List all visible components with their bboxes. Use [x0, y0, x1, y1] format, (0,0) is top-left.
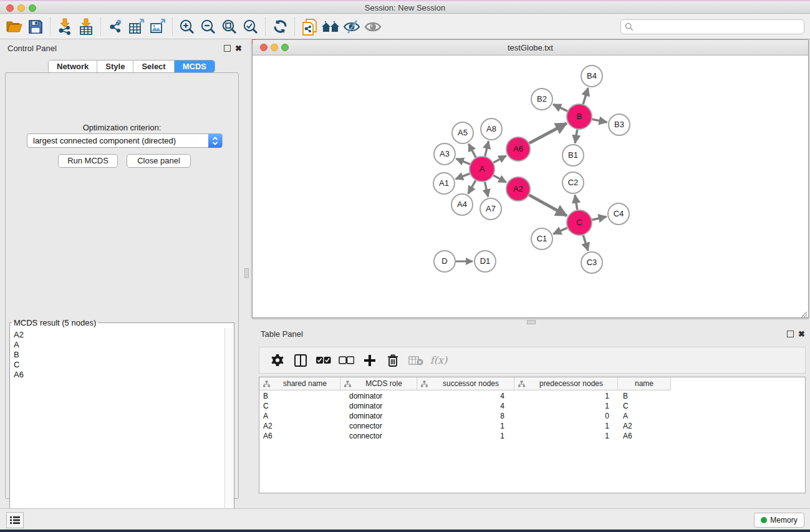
table-cell[interactable]: 0: [514, 411, 609, 421]
home-layout-button[interactable]: [320, 16, 341, 37]
graph-node-D1[interactable]: D1: [475, 251, 496, 272]
table-cell[interactable]: 1: [417, 421, 504, 431]
table-cell[interactable]: 1: [514, 421, 609, 431]
tab-mcds[interactable]: MCDS: [175, 60, 215, 72]
float-table-panel-icon[interactable]: [787, 331, 794, 337]
result-scrollbar[interactable]: [224, 328, 233, 526]
table-cell[interactable]: C: [623, 401, 667, 411]
graph-node-C[interactable]: C: [567, 210, 592, 235]
export-table-button[interactable]: [126, 16, 147, 37]
select-all-button[interactable]: [312, 350, 335, 371]
tab-network[interactable]: Network: [49, 60, 97, 72]
refresh-button[interactable]: [269, 16, 291, 37]
criterion-dropdown[interactable]: largest connected component (directed): [27, 133, 223, 148]
graph-edge-C-C3[interactable]: [583, 235, 588, 251]
tab-style[interactable]: Style: [97, 60, 133, 72]
result-item[interactable]: C: [14, 360, 224, 370]
import-network-button[interactable]: [54, 16, 75, 37]
graph-edge-A-A5[interactable]: [468, 144, 476, 158]
close-panel-button[interactable]: Close panel: [127, 154, 191, 168]
tab-select[interactable]: Select: [133, 60, 174, 72]
graph-edge-A6-B[interactable]: [529, 123, 567, 143]
graph-edge-B-B2[interactable]: [553, 104, 567, 111]
table-cell[interactable]: A2: [263, 421, 337, 431]
result-item[interactable]: A: [14, 340, 224, 350]
table-cell[interactable]: A6: [263, 431, 337, 441]
resize-grip-icon[interactable]: [800, 309, 808, 317]
table-cell[interactable]: B: [623, 391, 667, 401]
table-cell[interactable]: 1: [417, 431, 504, 441]
task-history-button[interactable]: [6, 512, 24, 528]
vertical-split-handle[interactable]: [244, 268, 249, 278]
zoom-fit-button[interactable]: [219, 16, 240, 37]
graph-edge-C-C4[interactable]: [592, 216, 606, 220]
table-settings-button[interactable]: [266, 350, 289, 371]
graph-edge-A-A8[interactable]: [485, 141, 489, 156]
table-cell[interactable]: 4: [417, 391, 504, 401]
graph-node-B[interactable]: B: [567, 104, 592, 129]
graph-node-B3[interactable]: B3: [609, 114, 630, 135]
save-session-button[interactable]: [25, 16, 46, 37]
table-cell[interactable]: connector: [349, 431, 412, 441]
table-cell[interactable]: B: [263, 391, 337, 401]
export-image-button[interactable]: [147, 16, 168, 37]
run-mcds-button[interactable]: Run MCDS: [58, 154, 118, 168]
delete-table-button[interactable]: [404, 350, 427, 371]
table-cell[interactable]: 4: [417, 401, 504, 411]
graph-node-A2[interactable]: A2: [506, 177, 530, 201]
graph-node-A4[interactable]: A4: [451, 194, 473, 215]
graph-node-C1[interactable]: C1: [531, 228, 552, 249]
zoom-selected-button[interactable]: [240, 16, 261, 37]
table-cell[interactable]: dominator: [349, 401, 412, 411]
graph-node-B1[interactable]: B1: [562, 145, 584, 166]
memory-button[interactable]: Memory: [754, 513, 804, 528]
hide-details-button[interactable]: [341, 16, 362, 37]
graph-node-C2[interactable]: C2: [562, 172, 584, 193]
close-table-panel-icon[interactable]: ✖: [798, 329, 805, 339]
table-cell[interactable]: connector: [349, 421, 412, 431]
delete-column-button[interactable]: [381, 350, 404, 371]
graph-edge-A-A6[interactable]: [493, 156, 506, 163]
column-visibility-button[interactable]: [289, 350, 312, 371]
deselect-all-button[interactable]: [335, 350, 358, 371]
import-table-button[interactable]: [75, 16, 97, 37]
table-cell[interactable]: 1: [514, 431, 609, 441]
horizontal-split-handle[interactable]: [527, 320, 536, 324]
graph-edge-A-A4[interactable]: [468, 180, 476, 193]
graph-edge-A-A2[interactable]: [493, 175, 506, 182]
table-cell[interactable]: A2: [623, 421, 667, 431]
graph-node-C4[interactable]: C4: [608, 203, 629, 225]
graph-node-A6[interactable]: A6: [506, 137, 530, 161]
zoom-out-button[interactable]: [198, 16, 219, 37]
graph-edge-C-C1[interactable]: [553, 228, 567, 234]
graph-node-A7[interactable]: A7: [480, 198, 501, 220]
result-item[interactable]: A2: [14, 330, 224, 340]
network-canvas[interactable]: B4B2BB3A5A8A6A3B1AA1C2A2A4A7C4CC1C3DD1: [253, 56, 808, 317]
graph-node-D[interactable]: D: [434, 251, 455, 272]
float-panel-icon[interactable]: [224, 45, 231, 52]
result-item[interactable]: A6: [14, 370, 224, 380]
table-cell[interactable]: A6: [623, 431, 667, 441]
graph-node-B2[interactable]: B2: [531, 89, 552, 110]
graph-edge-B-B4[interactable]: [583, 88, 588, 104]
graph-edge-B-B1[interactable]: [575, 130, 577, 143]
search-input[interactable]: [634, 21, 804, 32]
table-cell[interactable]: 1: [514, 401, 609, 411]
graph-node-C3[interactable]: C3: [581, 252, 602, 273]
network-from-clipboard-button[interactable]: [299, 16, 320, 37]
result-item[interactable]: B: [14, 350, 224, 360]
column-header[interactable]: name: [618, 377, 671, 390]
column-header[interactable]: successor nodes: [417, 377, 514, 390]
graph-edge-A-A3[interactable]: [456, 158, 470, 164]
table-cell[interactable]: dominator: [349, 411, 412, 421]
zoom-in-button[interactable]: [176, 16, 198, 37]
graph-edge-A-A1[interactable]: [456, 173, 470, 179]
graph-node-A1[interactable]: A1: [433, 173, 455, 194]
table-cell[interactable]: A: [263, 411, 337, 421]
table-cell[interactable]: A: [623, 411, 667, 421]
show-details-button[interactable]: [362, 16, 383, 37]
function-builder-button[interactable]: f(x): [427, 350, 450, 371]
add-column-button[interactable]: [358, 350, 381, 371]
table-cell[interactable]: dominator: [349, 391, 412, 401]
graph-edge-B-B3[interactable]: [592, 119, 607, 122]
